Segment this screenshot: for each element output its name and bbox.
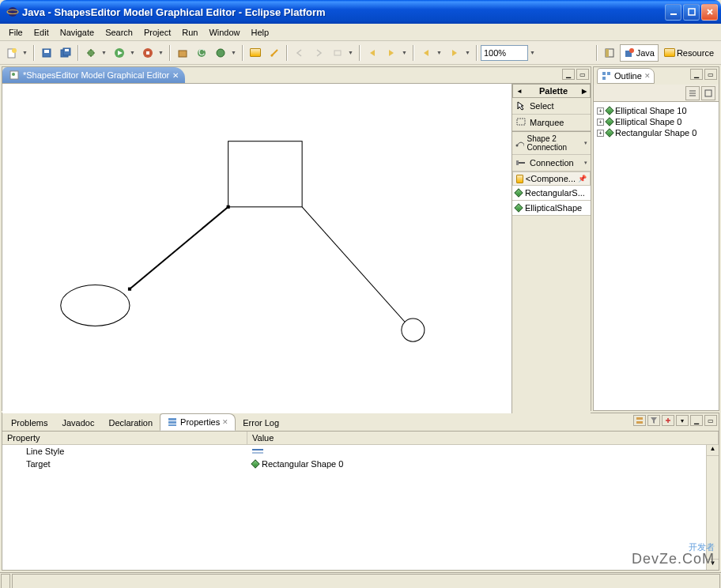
tab-declaration[interactable]: Declaration [101, 415, 160, 431]
status-bar [0, 572, 721, 588]
svg-rect-35 [607, 72, 610, 75]
palette-header[interactable]: ◄ Palette ▶ [512, 84, 591, 98]
expand-icon[interactable]: + [597, 107, 604, 115]
minimize-view-button[interactable]: ▁ [690, 69, 703, 80]
menu-navigate[interactable]: Navigate [55, 26, 100, 39]
categories-button[interactable] [633, 415, 646, 426]
menu-project[interactable]: Project [138, 26, 176, 39]
menu-run[interactable]: Run [176, 26, 203, 39]
dropdown-icon[interactable]: ▼ [402, 50, 410, 55]
palette-components-drawer[interactable]: <Compone... 📌 [512, 172, 591, 186]
minimize-view-button[interactable]: ▁ [562, 69, 575, 80]
property-row[interactable]: Target Rectangular Shape 0 [2, 458, 719, 470]
close-icon[interactable]: ✕ [222, 418, 228, 426]
connection-line[interactable] [130, 207, 228, 289]
dropdown-icon[interactable]: ▼ [465, 50, 473, 55]
palette-marquee[interactable]: Marquee [512, 115, 591, 131]
outline-overview-mode-button[interactable] [701, 86, 715, 100]
filter-button[interactable] [647, 415, 660, 426]
dropdown-icon[interactable]: ▼ [101, 50, 109, 55]
new-type-button[interactable] [212, 44, 229, 62]
expand-icon[interactable]: + [597, 119, 604, 126]
pin-icon[interactable]: 📌 [578, 175, 587, 183]
column-value[interactable]: Value [247, 432, 719, 444]
close-icon[interactable]: ✕ [172, 71, 179, 80]
debug-button[interactable] [82, 44, 100, 62]
palette-elliptical-shape[interactable]: EllipticalShape [512, 201, 591, 216]
tab-javadoc[interactable]: Javadoc [55, 415, 101, 431]
tab-error-log[interactable]: Error Log [236, 415, 286, 431]
svg-point-11 [88, 50, 94, 56]
dropdown-icon[interactable]: ▼ [231, 50, 239, 55]
menu-file[interactable]: File [3, 26, 28, 39]
next-annotation-button[interactable] [446, 44, 463, 62]
minimize-view-button[interactable]: ▁ [690, 415, 703, 426]
save-button[interactable] [38, 44, 55, 62]
property-row[interactable]: Line Style [2, 445, 719, 458]
menu-edit[interactable]: Edit [28, 26, 55, 39]
search-button[interactable] [266, 44, 283, 62]
editor-tab-active[interactable]: *ShapesEditor Model Graphical Editor ✕ [2, 67, 185, 83]
defaults-button[interactable] [662, 415, 674, 426]
dropdown-icon[interactable]: ▼ [158, 50, 166, 55]
new-class-button[interactable]: C [193, 44, 210, 62]
forward-button[interactable] [383, 44, 400, 62]
view-menu-button[interactable]: ▾ [676, 415, 689, 426]
tree-item[interactable]: + Elliptical Shape 0 [597, 116, 715, 127]
svg-rect-33 [516, 160, 519, 165]
column-property[interactable]: Property [2, 432, 247, 444]
tab-properties[interactable]: Properties ✕ [160, 413, 236, 431]
run-button[interactable] [111, 44, 128, 62]
dropdown-icon[interactable]: ▼ [22, 50, 30, 55]
new-button[interactable] [3, 44, 21, 62]
palette-rectangular-shape[interactable]: RectangularS... [512, 186, 591, 201]
window-titlebar: Java - ShapesEditor Model Graphical Edit… [0, 0, 721, 24]
tree-item[interactable]: + Elliptical Shape 10 [597, 105, 715, 116]
scroll-up-icon[interactable]: ▲ [707, 445, 719, 456]
perspective-java[interactable]: Java [620, 44, 659, 62]
connection-line[interactable] [302, 207, 405, 322]
outline-tree-mode-button[interactable] [685, 86, 700, 100]
outline-tab[interactable]: Outline ✕ [597, 68, 655, 84]
ellipse-shape-large[interactable] [61, 285, 130, 326]
maximize-view-button[interactable]: ▭ [704, 69, 717, 80]
tree-item[interactable]: + Rectangular Shape 0 [597, 127, 715, 138]
perspective-resource[interactable]: Resource [660, 44, 718, 62]
ellipse-shape-small[interactable] [402, 318, 425, 341]
open-perspective-button[interactable] [601, 44, 618, 62]
nav-last-button [329, 44, 346, 62]
zoom-input[interactable] [481, 45, 528, 61]
maximize-view-button[interactable]: ▭ [576, 69, 589, 80]
shapes-canvas[interactable] [2, 84, 511, 424]
dropdown-icon[interactable]: ▼ [436, 50, 444, 55]
maximize-view-button[interactable]: ▭ [704, 415, 717, 426]
close-icon[interactable]: ✕ [644, 72, 651, 80]
close-button[interactable] [701, 4, 718, 21]
menu-window[interactable]: Window [203, 26, 245, 39]
menu-search[interactable]: Search [100, 26, 138, 39]
back-button[interactable] [364, 44, 381, 62]
menu-help[interactable]: Help [246, 26, 275, 39]
outline-panel: Outline ✕ ▁ ▭ + Elliptical Shape 10 + El… [593, 66, 719, 411]
new-package-button[interactable] [174, 44, 191, 62]
palette-connection[interactable]: Connection ▾ [512, 155, 591, 172]
rectangle-shape[interactable] [228, 141, 302, 207]
diamond-icon [251, 459, 259, 468]
external-tools-button[interactable] [139, 44, 157, 62]
prev-annotation-button[interactable] [417, 44, 435, 62]
maximize-button[interactable] [683, 4, 700, 21]
svg-rect-7 [44, 50, 49, 53]
minimize-button[interactable] [665, 4, 681, 21]
dropdown-icon[interactable]: ▼ [530, 50, 538, 55]
tab-problems[interactable]: Problems [4, 415, 55, 431]
open-type-button[interactable] [247, 44, 264, 62]
watermark: 开发者 DevZe.CoM [632, 543, 715, 566]
palette-shape2-connection[interactable]: Shape 2 Connection ▾ [512, 131, 591, 155]
palette-select[interactable]: Select [512, 98, 591, 115]
outline-tree[interactable]: + Elliptical Shape 10 + Elliptical Shape… [594, 102, 719, 410]
svg-rect-3 [689, 9, 695, 15]
dropdown-icon[interactable]: ▼ [130, 50, 138, 55]
dropdown-icon[interactable]: ▼ [348, 50, 356, 55]
expand-icon[interactable]: + [597, 130, 604, 137]
save-all-button[interactable] [57, 44, 74, 62]
